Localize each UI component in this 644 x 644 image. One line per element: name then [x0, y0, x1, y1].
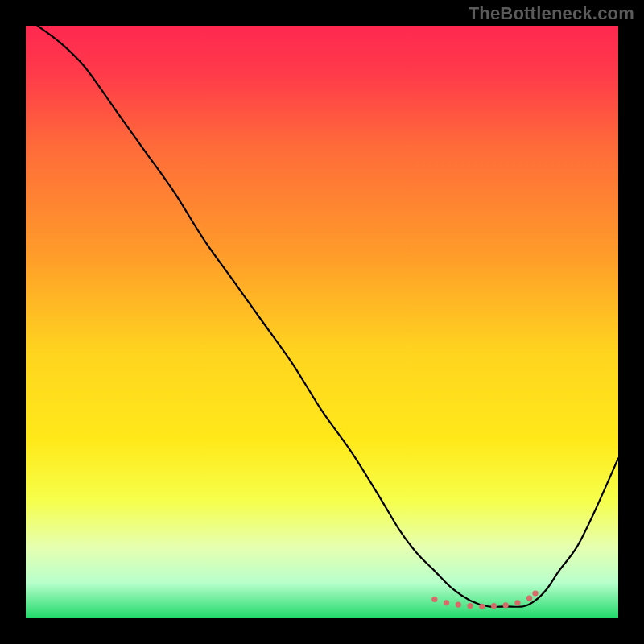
chart-svg: [26, 26, 618, 618]
optimal-marker: [456, 601, 461, 607]
optimal-marker: [491, 603, 497, 609]
chart-frame: TheBottleneck.com: [0, 0, 644, 644]
optimal-marker: [532, 590, 538, 596]
optimal-marker: [514, 600, 520, 605]
optimal-marker: [479, 604, 485, 609]
watermark-text: TheBottleneck.com: [469, 3, 634, 24]
optimal-marker: [431, 597, 437, 602]
gradient-rect: [26, 26, 618, 618]
plot-area: [26, 26, 618, 618]
optimal-marker: [503, 602, 509, 608]
optimal-marker: [467, 603, 473, 609]
optimal-marker: [526, 595, 532, 601]
optimal-marker: [444, 600, 449, 605]
